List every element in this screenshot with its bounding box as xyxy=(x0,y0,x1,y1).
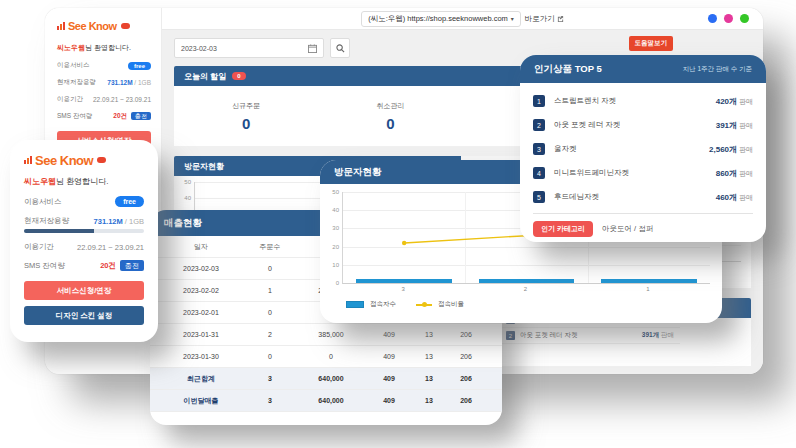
top5-card-header: 인기상품 TOP 5 지난 1주간 판매 수 기준 xyxy=(520,55,766,83)
table-row: 이번달매출3640,00040913206 xyxy=(150,390,502,412)
rank-badge: 2 xyxy=(506,331,515,340)
rank-badge: 3 xyxy=(533,143,545,155)
rank-badge: 2 xyxy=(533,119,545,131)
design-skin-button[interactable]: 디자인 스킨 설정 xyxy=(24,306,144,325)
rank-badge: 5 xyxy=(533,191,545,203)
service-row-period: 이용기간 22.09.21 ~ 23.09.21 xyxy=(24,242,144,252)
top5-footer: 인기 카테고리 아웃도어 / 점퍼 xyxy=(533,213,753,242)
bar-chart-logo-icon xyxy=(24,156,32,164)
top5-item[interactable]: 3울자켓2,560개 판매 xyxy=(520,137,766,161)
logo-text: See Know xyxy=(68,20,117,32)
service-row-plan: 이용서비스 free xyxy=(24,196,144,207)
address-bar[interactable]: (씨노:우웹) https://shop.seeknowweb.com ▾ xyxy=(361,11,521,27)
window-control-dot-green[interactable] xyxy=(740,14,749,23)
welcome-text: 씨노우웹님 환영합니다. xyxy=(57,43,151,53)
window-control-dot-blue[interactable] xyxy=(708,14,717,23)
free-badge: free xyxy=(128,62,151,70)
column-header: 일자 xyxy=(158,242,244,252)
service-row-period: 이용기간 22.09.21 ~ 23.09.21 xyxy=(57,95,151,104)
top5-item[interactable]: 1스트림트렌치 자켓420개 판매 xyxy=(520,89,766,113)
service-request-button[interactable]: 서비스신청/연장 xyxy=(24,281,144,300)
legend-bar-swatch xyxy=(346,301,364,308)
shortcut-link[interactable]: 바로가기 xyxy=(525,14,564,24)
chevron-down-icon: ▾ xyxy=(511,15,514,22)
column-header: 주문수 xyxy=(244,242,296,252)
service-row-sms: SMS 잔여량 20건충전 xyxy=(24,261,144,271)
free-badge: free xyxy=(115,196,144,207)
top5-item[interactable]: 4미니트위드페미닌자켓860개 판매 xyxy=(520,161,766,185)
browser-topbar: (씨노:우웹) https://shop.seeknowweb.com ▾ 바로… xyxy=(162,8,763,30)
todo-count-badge: 0 xyxy=(232,72,245,80)
screenshot-canvas: See Know 씨노우웹님 환영합니다. 이용서비스 free 현재저장용량 … xyxy=(0,0,796,448)
charge-button[interactable]: 충전 xyxy=(131,112,151,120)
logo-badge xyxy=(97,157,106,163)
window-control-dot-pink[interactable] xyxy=(724,14,733,23)
top5-subtitle: 지난 1주간 판매 수 기준 xyxy=(683,65,752,74)
charge-button[interactable]: 충전 xyxy=(120,260,144,271)
bg-logo[interactable]: See Know xyxy=(57,18,151,34)
popular-category-badge: 인기 카테고리 xyxy=(533,221,593,237)
storage-progress-bar xyxy=(24,229,144,233)
legend-line-swatch xyxy=(416,304,432,306)
help-button[interactable]: 도움말보기 xyxy=(629,36,674,51)
sidebar-card: See Know 씨노우웹님 환영합니다. 이용서비스 free 현재저장용량 … xyxy=(10,140,158,342)
service-row-storage: 현재저장용량 731.12M / 1GB xyxy=(57,78,151,87)
window-controls xyxy=(708,14,749,23)
bg-popular-item[interactable]: 2아웃 포켓 레더 자켓391개 판매 xyxy=(500,328,680,344)
popular-category-value: 아웃도어 / 점퍼 xyxy=(602,224,653,234)
calendar-icon xyxy=(308,44,317,53)
todo-item[interactable]: 신규주문0 xyxy=(174,86,318,146)
search-button[interactable] xyxy=(330,38,350,58)
top5-item[interactable]: 5후드데님자켓460개 판매 xyxy=(520,185,766,209)
rank-badge: 4 xyxy=(533,167,545,179)
service-row-sms: SMS 잔여량 20건충전 xyxy=(57,112,151,121)
bar-chart-logo-icon xyxy=(57,22,65,30)
table-row: 2023-01-300040913206 xyxy=(150,346,502,368)
external-link-icon xyxy=(557,15,564,22)
logo-text: See Know xyxy=(35,153,93,168)
top5-list: 1스트림트렌치 자켓420개 판매2아웃 포켓 레더 자켓391개 판매3울자켓… xyxy=(520,83,766,209)
welcome-text: 씨노우웹님 환영합니다. xyxy=(24,176,144,187)
table-row: 최근합계3640,00040913206 xyxy=(150,368,502,390)
rank-badge: 1 xyxy=(533,95,545,107)
logo-badge xyxy=(121,23,130,29)
visitors-chart-legend: 접속자수 접속비율 xyxy=(328,296,710,309)
service-row-plan: 이용서비스 free xyxy=(57,61,151,70)
table-row: 2023-01-312385,00040913206 xyxy=(150,324,502,346)
service-row-storage: 현재저장용량 731.12M / 1GB xyxy=(24,216,144,226)
top5-item[interactable]: 2아웃 포켓 레더 자켓391개 판매 xyxy=(520,113,766,137)
top5-card: 인기상품 TOP 5 지난 1주간 판매 수 기준 1스트림트렌치 자켓420개… xyxy=(520,55,766,242)
search-icon xyxy=(336,44,345,53)
date-input[interactable]: 2023-02-03 xyxy=(174,38,324,58)
card-logo[interactable]: See Know xyxy=(24,152,144,168)
todo-item[interactable]: 취소관리0 xyxy=(318,86,462,146)
